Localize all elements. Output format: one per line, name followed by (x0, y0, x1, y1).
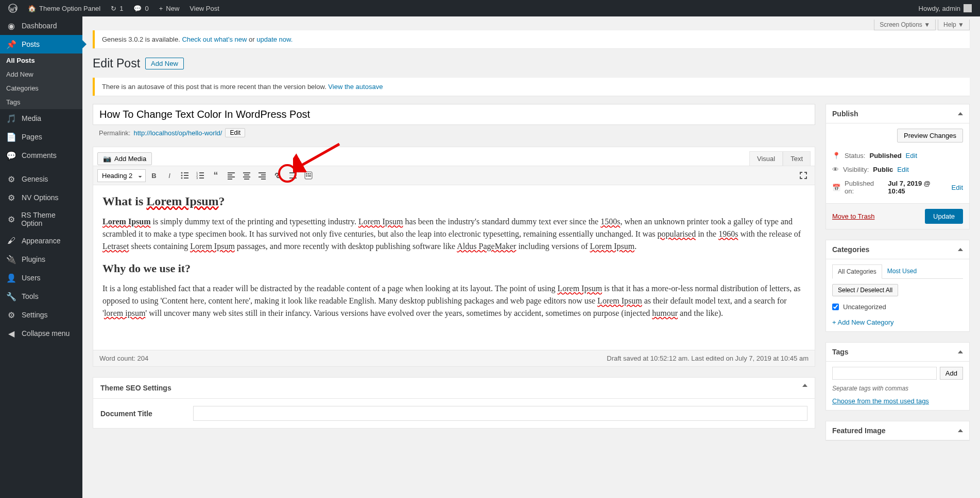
sidebar-item-settings[interactable]: ⚙Settings (0, 306, 82, 324)
read-more-button[interactable] (286, 168, 300, 183)
sidebar-sub-categories[interactable]: Categories (0, 81, 82, 95)
preview-changes-button[interactable]: Preview Changes (897, 129, 963, 143)
text-tab[interactable]: Text (783, 151, 811, 166)
permalink-edit-button[interactable]: Edit (225, 128, 245, 137)
add-new-category-link[interactable]: + Add New Category (832, 318, 894, 326)
site-link[interactable]: 🏠Theme Option Panel (24, 0, 105, 16)
number-list-button[interactable]: 123 (193, 168, 208, 183)
account-link[interactable]: Howdy, admin (915, 0, 976, 16)
genesis-whats-new-link[interactable]: Check out what's new (182, 35, 247, 43)
status-edit-link[interactable]: Edit (906, 152, 917, 159)
seo-panel-header[interactable]: Theme SEO Settings (93, 378, 815, 399)
categories-panel-header[interactable]: Categories (826, 240, 969, 259)
tag-hint: Separate tags with commas (832, 385, 963, 392)
move-to-trash-link[interactable]: Move to Trash (832, 212, 874, 220)
view-autosave-link[interactable]: View the autosave (328, 83, 383, 91)
add-media-button[interactable]: 📷Add Media (97, 152, 152, 165)
chevron-up-icon (802, 384, 807, 387)
calendar-icon: 📅 (832, 184, 840, 191)
toolbar-toggle-button[interactable] (301, 168, 316, 183)
sidebar-item-plugins[interactable]: 🔌Plugins (0, 250, 82, 269)
autosave-notice: There is an autosave of this post that i… (93, 78, 970, 96)
post-title-input[interactable] (93, 104, 815, 125)
sliders-icon: ⚙ (6, 310, 16, 320)
doc-title-input[interactable] (193, 406, 807, 421)
help-button[interactable]: Help ▼ (938, 20, 970, 30)
sidebar-collapse[interactable]: ◀Collapse menu (0, 324, 82, 343)
tag-add-button[interactable]: Add (940, 367, 963, 380)
featured-image-header[interactable]: Featured Image (826, 421, 969, 440)
sidebar-item-dashboard[interactable]: ◉Dashboard (0, 16, 82, 35)
uncategorized-checkbox[interactable] (832, 304, 839, 310)
sidebar-item-media[interactable]: 🎵Media (0, 109, 82, 128)
format-dropdown[interactable]: Heading 2 (97, 169, 146, 182)
sidebar-item-posts[interactable]: 📌Posts (0, 35, 82, 54)
link-button[interactable] (270, 168, 285, 183)
svg-rect-24 (261, 179, 266, 180)
align-left-button[interactable] (224, 168, 238, 183)
main-content: Screen Options ▼ Help ▼ Genesis 3.0.2 is… (82, 16, 980, 461)
bullet-list-button[interactable] (178, 168, 192, 183)
choose-tags-link[interactable]: Choose from the most used tags (832, 397, 929, 405)
editor-content[interactable]: What is Lorem Ipsum? Lorem Ipsum is simp… (93, 185, 815, 350)
svg-rect-19 (243, 176, 250, 177)
view-post-link[interactable]: View Post (185, 0, 223, 16)
sidebar-item-comments[interactable]: 💬Comments (0, 146, 82, 165)
collapse-icon: ◀ (6, 328, 16, 339)
quote-button[interactable]: “ (209, 168, 223, 183)
screen-options-button[interactable]: Screen Options ▼ (874, 20, 936, 30)
permalink-url[interactable]: http://localhost/op/hello-world/ (133, 129, 222, 137)
chevron-up-icon (958, 350, 963, 353)
updates-count: 1 (119, 5, 123, 12)
bold-button[interactable]: B (147, 168, 161, 183)
svg-rect-21 (259, 172, 266, 173)
sidebar-item-rs-theme[interactable]: ⚙RS Theme Option (0, 207, 82, 232)
svg-rect-26 (289, 175, 297, 175)
sidebar-item-appearance[interactable]: 🖌Appearance (0, 232, 82, 250)
sidebar-sub-tags[interactable]: Tags (0, 95, 82, 109)
new-link[interactable]: +New (155, 0, 184, 16)
italic-button[interactable]: I (162, 168, 177, 183)
dashboard-icon: ◉ (6, 21, 16, 31)
align-right-button[interactable] (255, 168, 269, 183)
svg-rect-30 (308, 173, 310, 174)
visual-tab[interactable]: Visual (749, 151, 783, 166)
sidebar-sub-all-posts[interactable]: All Posts (0, 54, 82, 67)
chevron-up-icon (958, 248, 963, 251)
last-edited-text: Last edited on July 7, 2019 at 10:45 am (691, 354, 809, 362)
tag-input[interactable] (832, 367, 937, 380)
sidebar-item-users[interactable]: 👤Users (0, 269, 82, 287)
published-edit-link[interactable]: Edit (952, 184, 963, 191)
sidebar-sub-add-new[interactable]: Add New (0, 67, 82, 81)
most-used-tab[interactable]: Most Used (882, 264, 922, 278)
sidebar-item-tools[interactable]: 🔧Tools (0, 287, 82, 306)
comments-link[interactable]: 💬0 (129, 0, 152, 16)
admin-sidebar: ◉Dashboard 📌Posts All Posts Add New Cate… (0, 16, 82, 461)
sidebar-item-nv-options[interactable]: ⚙NV Options (0, 188, 82, 207)
genesis-update-link[interactable]: update now. (256, 35, 293, 43)
page-title: Edit Post (93, 57, 140, 70)
sidebar-item-pages[interactable]: 📄Pages (0, 128, 82, 146)
svg-rect-16 (228, 179, 232, 180)
updates-link[interactable]: ↻1 (107, 0, 127, 16)
tags-panel-header[interactable]: Tags (826, 343, 969, 362)
status-value: Published (869, 152, 901, 159)
editor-toolbar: Heading 2 B I 123 “ (93, 166, 815, 185)
select-deselect-all-button[interactable]: Select / Deselect All (832, 284, 898, 296)
align-center-button[interactable] (239, 168, 254, 183)
comments-icon: 💬 (6, 150, 16, 161)
sidebar-item-genesis[interactable]: ⚙Genesis (0, 170, 82, 188)
svg-rect-12 (199, 177, 204, 179)
all-categories-tab[interactable]: All Categories (832, 264, 882, 279)
site-name: Theme Option Panel (39, 5, 100, 12)
publish-panel-header[interactable]: Publish (826, 104, 969, 123)
comment-icon: 💬 (133, 5, 142, 12)
update-button[interactable]: Update (925, 209, 963, 224)
add-new-post-button[interactable]: Add New (145, 58, 184, 69)
svg-rect-29 (306, 173, 307, 174)
wp-logo[interactable] (4, 0, 22, 16)
fullscreen-button[interactable] (796, 168, 811, 183)
plus-icon: + (159, 5, 163, 12)
featured-image-panel: Featured Image (826, 421, 970, 441)
visibility-edit-link[interactable]: Edit (897, 166, 908, 173)
